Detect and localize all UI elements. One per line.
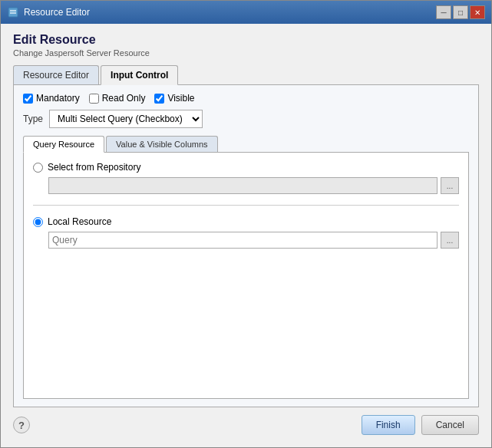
separator [33, 205, 459, 206]
cancel-button[interactable]: Cancel [421, 415, 479, 435]
local-resource-text: Local Resource [48, 216, 111, 227]
title-bar: Resource Editor ─ □ ✕ [1, 1, 491, 24]
mandatory-label: Mandatory [36, 93, 80, 104]
window-controls: ─ □ ✕ [436, 5, 485, 19]
read-only-checkbox-label[interactable]: Read Only [89, 93, 146, 104]
repository-input-row: ... [48, 177, 459, 194]
outer-tab-bar: Resource Editor Input Control [13, 65, 479, 85]
local-resource-label[interactable]: Local Resource [33, 216, 459, 227]
visible-checkbox-label[interactable]: Visible [154, 93, 194, 104]
read-only-checkbox[interactable] [89, 94, 99, 104]
inner-tab-area: Query Resource Value & Visible Columns S… [23, 136, 469, 399]
footer: ? Finish Cancel [13, 407, 479, 438]
tabs-container: Resource Editor Input Control Mandatory … [13, 65, 479, 407]
main-window: Resource Editor ─ □ ✕ Edit Resource Chan… [0, 0, 492, 448]
minimize-button[interactable]: ─ [436, 5, 451, 19]
window-title: Resource Editor [24, 7, 90, 18]
select-from-repository-text: Select from Repository [48, 162, 140, 173]
tab-content-input-control: Mandatory Read Only Visible Type M [13, 85, 479, 407]
visible-label: Visible [167, 93, 194, 104]
inner-tab-content: Select from Repository ... [23, 153, 469, 399]
inner-tab-bar: Query Resource Value & Visible Columns [23, 136, 469, 153]
window-body: Edit Resource Change Jaspersoft Server R… [1, 24, 491, 447]
tab-input-control[interactable]: Input Control [101, 65, 178, 85]
maximize-button[interactable]: □ [453, 5, 468, 19]
visible-checkbox[interactable] [154, 94, 164, 104]
type-row: Type Multi Select Query (Checkbox) Singl… [23, 110, 469, 128]
type-label: Type [23, 114, 43, 124]
mandatory-checkbox-label[interactable]: Mandatory [23, 93, 80, 104]
tab-resource-editor[interactable]: Resource Editor [13, 65, 99, 84]
local-resource-browse-button[interactable]: ... [441, 232, 459, 249]
footer-buttons: Finish Cancel [362, 415, 479, 435]
select-from-repository-label[interactable]: Select from Repository [33, 162, 459, 173]
help-button[interactable]: ? [13, 417, 30, 433]
select-from-repository-section: Select from Repository ... [33, 162, 459, 194]
page-subtitle: Change Jaspersoft Server Resource [13, 48, 479, 58]
page-title: Edit Resource [13, 33, 479, 47]
close-button[interactable]: ✕ [470, 5, 485, 19]
finish-button[interactable]: Finish [362, 415, 415, 435]
mandatory-checkbox[interactable] [23, 94, 33, 104]
inner-tab-query-resource[interactable]: Query Resource [23, 136, 104, 153]
read-only-label: Read Only [102, 93, 146, 104]
local-resource-section: Local Resource ... [33, 216, 459, 249]
local-resource-input-row: ... [48, 232, 459, 249]
title-bar-left: Resource Editor [7, 6, 90, 18]
select-from-repository-radio[interactable] [33, 163, 43, 173]
repository-input[interactable] [48, 177, 438, 194]
svg-rect-0 [8, 8, 18, 17]
type-select[interactable]: Multi Select Query (Checkbox) Single Sel… [49, 110, 203, 128]
repository-browse-button[interactable]: ... [441, 177, 459, 194]
window-icon [7, 6, 19, 18]
inner-tab-value-visible-columns[interactable]: Value & Visible Columns [106, 136, 217, 152]
local-resource-radio[interactable] [33, 217, 43, 227]
checkboxes-row: Mandatory Read Only Visible [23, 93, 469, 104]
local-resource-input[interactable] [48, 232, 438, 249]
